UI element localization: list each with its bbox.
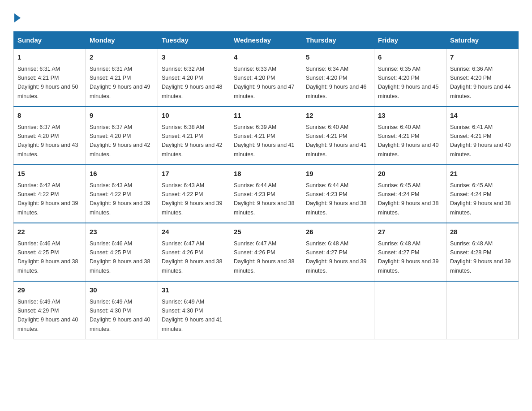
day-info: Sunrise: 6:41 AMSunset: 4:21 PMDaylight:… bbox=[450, 124, 511, 158]
day-number: 1 bbox=[17, 52, 82, 63]
calendar-cell: 30 Sunrise: 6:49 AMSunset: 4:30 PMDaylig… bbox=[86, 281, 158, 339]
weekday-header-friday: Friday bbox=[374, 32, 446, 49]
calendar-cell: 1 Sunrise: 6:31 AMSunset: 4:21 PMDayligh… bbox=[14, 49, 86, 107]
calendar-week-row: 29 Sunrise: 6:49 AMSunset: 4:29 PMDaylig… bbox=[14, 281, 519, 339]
day-info: Sunrise: 6:40 AMSunset: 4:21 PMDaylight:… bbox=[378, 124, 439, 158]
day-info: Sunrise: 6:49 AMSunset: 4:29 PMDaylight:… bbox=[17, 299, 78, 332]
day-info: Sunrise: 6:42 AMSunset: 4:22 PMDaylight:… bbox=[17, 182, 78, 216]
day-info: Sunrise: 6:48 AMSunset: 4:27 PMDaylight:… bbox=[378, 240, 439, 274]
day-info: Sunrise: 6:31 AMSunset: 4:21 PMDaylight:… bbox=[90, 66, 150, 99]
day-number: 25 bbox=[234, 227, 298, 237]
day-number: 24 bbox=[162, 227, 226, 237]
calendar-cell: 28 Sunrise: 6:48 AMSunset: 4:28 PMDaylig… bbox=[446, 223, 519, 281]
day-number: 10 bbox=[162, 111, 226, 121]
calendar-cell bbox=[230, 281, 302, 339]
calendar-cell: 29 Sunrise: 6:49 AMSunset: 4:29 PMDaylig… bbox=[14, 281, 86, 339]
day-number: 4 bbox=[234, 52, 298, 63]
calendar-cell: 25 Sunrise: 6:47 AMSunset: 4:26 PMDaylig… bbox=[230, 223, 302, 281]
day-info: Sunrise: 6:49 AMSunset: 4:30 PMDaylight:… bbox=[90, 299, 150, 332]
day-number: 15 bbox=[17, 169, 82, 179]
calendar-week-row: 8 Sunrise: 6:37 AMSunset: 4:20 PMDayligh… bbox=[14, 107, 519, 165]
day-number: 26 bbox=[306, 227, 370, 237]
day-info: Sunrise: 6:37 AMSunset: 4:20 PMDaylight:… bbox=[90, 124, 150, 158]
calendar-week-row: 15 Sunrise: 6:42 AMSunset: 4:22 PMDaylig… bbox=[14, 165, 519, 223]
day-number: 9 bbox=[90, 111, 154, 121]
day-info: Sunrise: 6:43 AMSunset: 4:22 PMDaylight:… bbox=[162, 182, 223, 216]
day-info: Sunrise: 6:37 AMSunset: 4:20 PMDaylight:… bbox=[17, 124, 78, 158]
day-info: Sunrise: 6:46 AMSunset: 4:25 PMDaylight:… bbox=[90, 240, 150, 274]
calendar-cell: 21 Sunrise: 6:45 AMSunset: 4:24 PMDaylig… bbox=[446, 165, 519, 223]
day-number: 2 bbox=[90, 52, 154, 63]
day-number: 20 bbox=[378, 169, 442, 179]
calendar-cell: 19 Sunrise: 6:44 AMSunset: 4:23 PMDaylig… bbox=[302, 165, 374, 223]
calendar-cell: 9 Sunrise: 6:37 AMSunset: 4:20 PMDayligh… bbox=[86, 107, 158, 165]
page-header bbox=[13, 13, 519, 22]
day-number: 28 bbox=[450, 227, 515, 237]
day-info: Sunrise: 6:48 AMSunset: 4:27 PMDaylight:… bbox=[306, 240, 367, 274]
day-info: Sunrise: 6:34 AMSunset: 4:20 PMDaylight:… bbox=[306, 66, 367, 99]
calendar-cell: 24 Sunrise: 6:47 AMSunset: 4:26 PMDaylig… bbox=[158, 223, 230, 281]
day-number: 3 bbox=[162, 52, 226, 63]
calendar-cell: 27 Sunrise: 6:48 AMSunset: 4:27 PMDaylig… bbox=[374, 223, 446, 281]
calendar-cell bbox=[302, 281, 374, 339]
day-info: Sunrise: 6:33 AMSunset: 4:20 PMDaylight:… bbox=[234, 66, 295, 99]
calendar-cell: 6 Sunrise: 6:35 AMSunset: 4:20 PMDayligh… bbox=[374, 49, 446, 107]
day-number: 13 bbox=[378, 111, 442, 121]
calendar-cell: 11 Sunrise: 6:39 AMSunset: 4:21 PMDaylig… bbox=[230, 107, 302, 165]
day-number: 6 bbox=[378, 52, 442, 63]
day-info: Sunrise: 6:35 AMSunset: 4:20 PMDaylight:… bbox=[378, 66, 439, 99]
logo-arrow-icon bbox=[14, 13, 21, 22]
calendar-cell: 17 Sunrise: 6:43 AMSunset: 4:22 PMDaylig… bbox=[158, 165, 230, 223]
day-number: 31 bbox=[162, 285, 226, 295]
day-info: Sunrise: 6:31 AMSunset: 4:21 PMDaylight:… bbox=[17, 66, 78, 99]
calendar-cell: 16 Sunrise: 6:43 AMSunset: 4:22 PMDaylig… bbox=[86, 165, 158, 223]
calendar-cell: 15 Sunrise: 6:42 AMSunset: 4:22 PMDaylig… bbox=[14, 165, 86, 223]
calendar-cell bbox=[374, 281, 446, 339]
weekday-header-monday: Monday bbox=[86, 32, 158, 49]
calendar-cell: 8 Sunrise: 6:37 AMSunset: 4:20 PMDayligh… bbox=[14, 107, 86, 165]
day-info: Sunrise: 6:45 AMSunset: 4:24 PMDaylight:… bbox=[450, 182, 511, 216]
day-info: Sunrise: 6:47 AMSunset: 4:26 PMDaylight:… bbox=[234, 240, 295, 274]
calendar-cell: 2 Sunrise: 6:31 AMSunset: 4:21 PMDayligh… bbox=[86, 49, 158, 107]
day-info: Sunrise: 6:47 AMSunset: 4:26 PMDaylight:… bbox=[162, 240, 223, 274]
calendar-cell: 26 Sunrise: 6:48 AMSunset: 4:27 PMDaylig… bbox=[302, 223, 374, 281]
calendar-table: SundayMondayTuesdayWednesdayThursdayFrid… bbox=[13, 31, 519, 339]
day-number: 30 bbox=[90, 285, 154, 295]
calendar-cell: 20 Sunrise: 6:45 AMSunset: 4:24 PMDaylig… bbox=[374, 165, 446, 223]
day-number: 5 bbox=[306, 52, 370, 63]
weekday-header-row: SundayMondayTuesdayWednesdayThursdayFrid… bbox=[14, 32, 519, 49]
calendar-cell bbox=[446, 281, 519, 339]
day-info: Sunrise: 6:39 AMSunset: 4:21 PMDaylight:… bbox=[234, 124, 295, 158]
weekday-header-sunday: Sunday bbox=[14, 32, 86, 49]
day-info: Sunrise: 6:48 AMSunset: 4:28 PMDaylight:… bbox=[450, 240, 511, 274]
day-number: 17 bbox=[162, 169, 226, 179]
calendar-cell: 23 Sunrise: 6:46 AMSunset: 4:25 PMDaylig… bbox=[86, 223, 158, 281]
calendar-cell: 14 Sunrise: 6:41 AMSunset: 4:21 PMDaylig… bbox=[446, 107, 519, 165]
day-info: Sunrise: 6:46 AMSunset: 4:25 PMDaylight:… bbox=[17, 240, 78, 274]
day-number: 22 bbox=[17, 227, 82, 237]
day-info: Sunrise: 6:49 AMSunset: 4:30 PMDaylight:… bbox=[162, 299, 223, 332]
weekday-header-thursday: Thursday bbox=[302, 32, 374, 49]
day-number: 8 bbox=[17, 111, 82, 121]
calendar-week-row: 22 Sunrise: 6:46 AMSunset: 4:25 PMDaylig… bbox=[14, 223, 519, 281]
day-info: Sunrise: 6:36 AMSunset: 4:20 PMDaylight:… bbox=[450, 66, 511, 99]
day-info: Sunrise: 6:40 AMSunset: 4:21 PMDaylight:… bbox=[306, 124, 367, 158]
day-info: Sunrise: 6:44 AMSunset: 4:23 PMDaylight:… bbox=[306, 182, 367, 216]
calendar-cell: 4 Sunrise: 6:33 AMSunset: 4:20 PMDayligh… bbox=[230, 49, 302, 107]
day-info: Sunrise: 6:38 AMSunset: 4:21 PMDaylight:… bbox=[162, 124, 223, 158]
day-number: 11 bbox=[234, 111, 298, 121]
day-number: 18 bbox=[234, 169, 298, 179]
weekday-header-wednesday: Wednesday bbox=[230, 32, 302, 49]
day-number: 23 bbox=[90, 227, 154, 237]
calendar-cell: 5 Sunrise: 6:34 AMSunset: 4:20 PMDayligh… bbox=[302, 49, 374, 107]
day-info: Sunrise: 6:45 AMSunset: 4:24 PMDaylight:… bbox=[378, 182, 439, 216]
day-info: Sunrise: 6:44 AMSunset: 4:23 PMDaylight:… bbox=[234, 182, 295, 216]
logo bbox=[13, 13, 22, 22]
calendar-cell: 22 Sunrise: 6:46 AMSunset: 4:25 PMDaylig… bbox=[14, 223, 86, 281]
day-info: Sunrise: 6:43 AMSunset: 4:22 PMDaylight:… bbox=[90, 182, 150, 216]
weekday-header-saturday: Saturday bbox=[446, 32, 519, 49]
day-number: 16 bbox=[90, 169, 154, 179]
calendar-cell: 10 Sunrise: 6:38 AMSunset: 4:21 PMDaylig… bbox=[158, 107, 230, 165]
calendar-cell: 7 Sunrise: 6:36 AMSunset: 4:20 PMDayligh… bbox=[446, 49, 519, 107]
calendar-cell: 3 Sunrise: 6:32 AMSunset: 4:20 PMDayligh… bbox=[158, 49, 230, 107]
